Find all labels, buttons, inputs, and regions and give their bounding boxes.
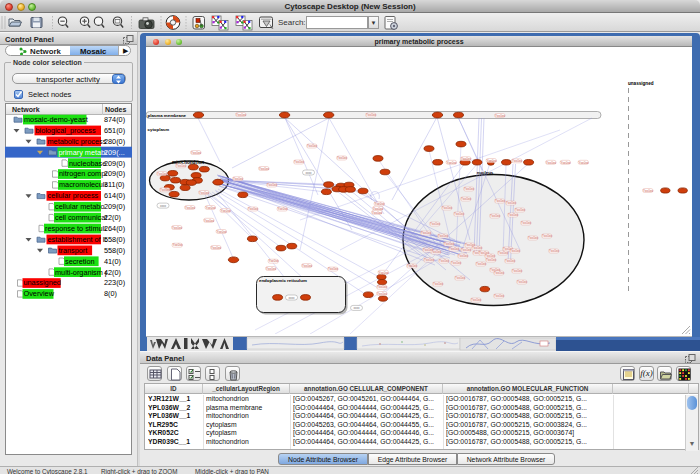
- svg-text:Yxx0xx: Yxx0xx: [433, 282, 443, 286]
- svg-text:Yxx0xx: Yxx0xx: [421, 231, 431, 235]
- svg-text:209(0): 209(0): [104, 159, 125, 168]
- svg-text:Yxx0xx: Yxx0xx: [505, 259, 515, 263]
- svg-text:establishment of lo: establishment of lo: [48, 235, 109, 244]
- svg-text:Yxx0xx: Yxx0xx: [542, 234, 552, 238]
- svg-text:874(0): 874(0): [104, 115, 125, 124]
- svg-text:Yxx0xx: Yxx0xx: [451, 261, 461, 265]
- svg-text:Yxx0xx: Yxx0xx: [549, 249, 559, 253]
- svg-text:metabolic process: metabolic process: [48, 137, 107, 146]
- svg-text:41(0): 41(0): [104, 257, 121, 266]
- svg-text:Yxx0xx: Yxx0xx: [461, 197, 471, 201]
- svg-text:Yxx0xx: Yxx0xx: [512, 269, 522, 273]
- svg-text:Yxx0xx: Yxx0xx: [248, 207, 258, 211]
- svg-text:Yxx0xx: Yxx0xx: [423, 248, 433, 252]
- svg-text:Yxx0xx: Yxx0xx: [424, 258, 434, 262]
- svg-text:Yxx0xx: Yxx0xx: [185, 206, 195, 210]
- svg-text:209(...: 209(...: [104, 148, 125, 157]
- svg-text:Yxx0xx: Yxx0xx: [494, 271, 504, 275]
- svg-text:Yxx0xx: Yxx0xx: [495, 199, 505, 203]
- svg-text:Yxx0xx: Yxx0xx: [458, 254, 468, 258]
- svg-text:Yxx0xx: Yxx0xx: [517, 280, 527, 284]
- svg-text:Yxx0xx: Yxx0xx: [494, 294, 504, 298]
- svg-text:558(0): 558(0): [104, 246, 125, 255]
- svg-text:Yxx0xx: Yxx0xx: [506, 201, 516, 205]
- svg-text:223(0): 223(0): [104, 278, 125, 287]
- svg-text:Yxx0xx: Yxx0xx: [328, 267, 338, 271]
- svg-text:Overview: Overview: [24, 289, 55, 298]
- svg-text:primary metabo: primary metabo: [59, 148, 110, 157]
- svg-text:Yxx0xx: Yxx0xx: [643, 189, 653, 193]
- svg-text:cytoplasm: cytoplasm: [148, 127, 170, 132]
- svg-text:xxxx: xxxx: [353, 306, 360, 310]
- svg-text:xxxx: xxxx: [305, 171, 312, 175]
- svg-text:cell communicat: cell communicat: [55, 213, 107, 222]
- svg-text:Yxx0xx: Yxx0xx: [266, 267, 276, 271]
- svg-text:Yxx0xx: Yxx0xx: [546, 161, 556, 165]
- svg-text:plasma membrane: plasma membrane: [148, 113, 187, 118]
- svg-text:Yxx0xx: Yxx0xx: [498, 251, 508, 255]
- svg-text:Yxx0xx: Yxx0xx: [372, 211, 382, 215]
- svg-text:secretion: secretion: [65, 257, 95, 266]
- svg-text:Yxx0xx: Yxx0xx: [439, 259, 449, 263]
- svg-text:Yxx0xx: Yxx0xx: [259, 167, 269, 171]
- svg-text:Yxx0xx: Yxx0xx: [206, 206, 216, 210]
- svg-text:264(0): 264(0): [104, 224, 125, 233]
- svg-text:Yxx0xx: Yxx0xx: [269, 259, 279, 263]
- svg-text:Yxx0xx: Yxx0xx: [267, 183, 277, 187]
- svg-text:Yxx0xx: Yxx0xx: [490, 214, 500, 218]
- svg-text:Yxx0xx: Yxx0xx: [447, 161, 457, 165]
- svg-text:311(0): 311(0): [104, 180, 125, 189]
- svg-text:Yxx0xx: Yxx0xx: [561, 161, 571, 165]
- svg-text:cellular metabo: cellular metabo: [55, 202, 104, 211]
- svg-text:Yxx0xx: Yxx0xx: [407, 264, 417, 268]
- svg-text:Yxx0xx: Yxx0xx: [233, 177, 243, 181]
- svg-text:Yxx0xx: Yxx0xx: [236, 113, 246, 117]
- svg-text:Yxx0xx: Yxx0xx: [278, 207, 288, 211]
- svg-text:42(0): 42(0): [104, 268, 121, 277]
- svg-text:Yxx0xx: Yxx0xx: [204, 219, 214, 223]
- svg-text:651(0): 651(0): [104, 126, 125, 135]
- svg-text:209(0): 209(0): [104, 202, 125, 211]
- svg-text:Yxx0xx: Yxx0xx: [508, 213, 518, 217]
- svg-text:Yxx0xx: Yxx0xx: [375, 202, 385, 206]
- svg-text:614(0): 614(0): [104, 191, 125, 200]
- svg-text:Yxx0xx: Yxx0xx: [430, 222, 440, 226]
- svg-text:Yxx0xx: Yxx0xx: [294, 160, 304, 164]
- svg-text:nitrogen compo: nitrogen compo: [59, 169, 109, 178]
- svg-text:Yxx0xx: Yxx0xx: [461, 157, 471, 161]
- svg-text:Yxx0xx: Yxx0xx: [495, 114, 505, 118]
- svg-text:Yxx0xx: Yxx0xx: [366, 113, 376, 117]
- svg-text:Yxx0xx: Yxx0xx: [449, 247, 459, 251]
- svg-text:nucleus: nucleus: [477, 170, 494, 175]
- svg-text:Yxx0xx: Yxx0xx: [442, 206, 452, 210]
- svg-text:Yxx0xx: Yxx0xx: [157, 172, 167, 176]
- svg-text:Yxx0xx: Yxx0xx: [444, 242, 454, 246]
- svg-text:Yxx0xx: Yxx0xx: [471, 298, 481, 302]
- svg-text:Yxx0xx: Yxx0xx: [528, 236, 538, 240]
- svg-text:Yxx0xx: Yxx0xx: [221, 209, 231, 213]
- svg-text:Yxx0xx: Yxx0xx: [455, 276, 465, 280]
- svg-text:Yxx0xx: Yxx0xx: [454, 212, 464, 216]
- svg-text:Yxx0xx: Yxx0xx: [199, 191, 209, 195]
- svg-text:Yxx0xx: Yxx0xx: [176, 164, 186, 168]
- svg-text:209(0): 209(0): [104, 169, 125, 178]
- svg-text:Yxx0xx: Yxx0xx: [379, 271, 389, 275]
- svg-text:xxxx: xxxx: [160, 204, 167, 208]
- svg-text:response to stimulu: response to stimulu: [45, 224, 108, 233]
- svg-text:Yxx0xx: Yxx0xx: [191, 151, 201, 155]
- svg-text:8(0): 8(0): [104, 289, 117, 298]
- svg-text:Yxx0xx: Yxx0xx: [172, 226, 182, 230]
- svg-text:Yxx0xx: Yxx0xx: [160, 188, 170, 192]
- svg-text:Yxx0xx: Yxx0xx: [486, 258, 496, 262]
- svg-text:Yxx0xx: Yxx0xx: [173, 243, 183, 247]
- svg-text:macromolecule: macromolecule: [59, 180, 108, 189]
- svg-text:Yxx0xx: Yxx0xx: [521, 221, 531, 225]
- svg-text:Yxx0xx: Yxx0xx: [579, 161, 589, 165]
- svg-text:Yxx0xx: Yxx0xx: [461, 248, 471, 252]
- svg-text:Yxx0xx: Yxx0xx: [302, 264, 312, 268]
- svg-text:biological_process: biological_process: [36, 126, 96, 135]
- svg-text:Yxx0xx: Yxx0xx: [487, 159, 497, 163]
- svg-text:Yxx0xx: Yxx0xx: [377, 285, 387, 289]
- svg-text:mosaic-demo-yeast: mosaic-demo-yeast: [24, 115, 88, 124]
- svg-text:Yxx0xx: Yxx0xx: [512, 159, 522, 163]
